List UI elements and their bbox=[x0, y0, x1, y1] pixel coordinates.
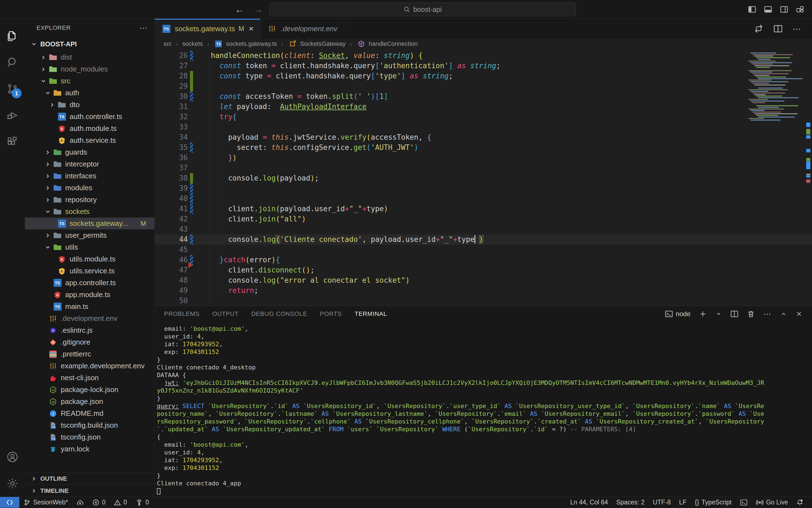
tree-item-guards[interactable]: guards bbox=[25, 146, 154, 158]
tree-item-auth-module-ts[interactable]: Aauth.module.ts bbox=[25, 123, 154, 134]
status-typescript[interactable]: {}TypeScript bbox=[691, 497, 736, 508]
breadcrumb-item-handleconnection[interactable]: handleConnection bbox=[356, 40, 418, 47]
accounts-icon[interactable] bbox=[0, 444, 25, 470]
terminal-shell-chip[interactable]: node bbox=[665, 310, 690, 318]
sidebar-section-outline[interactable]: OUTLINE bbox=[25, 472, 154, 484]
tree-item-label: guards bbox=[65, 148, 87, 157]
split-terminal-icon[interactable] bbox=[730, 310, 738, 318]
breadcrumb-item-sockets[interactable]: sockets bbox=[182, 40, 203, 47]
terminal-output[interactable]: email: 'boost@api.com', user_id: 4, iat:… bbox=[155, 322, 812, 497]
tree-item-interceptor[interactable]: interceptor bbox=[25, 158, 154, 170]
source-control-activity-icon[interactable]: 1 bbox=[0, 76, 25, 102]
open-changes-icon[interactable] bbox=[754, 24, 763, 33]
toggle-panel-icon[interactable] bbox=[764, 5, 772, 13]
close-panel-icon[interactable] bbox=[796, 310, 803, 318]
new-terminal-icon[interactable] bbox=[699, 310, 707, 318]
panel-tab-terminal[interactable]: TERMINAL bbox=[355, 310, 387, 318]
tree-item-tsconfig-json[interactable]: TStsconfig.json bbox=[25, 431, 154, 443]
toggle-secondary-sidebar-icon[interactable] bbox=[780, 5, 788, 13]
status-go-live[interactable]: Go Live bbox=[752, 497, 792, 508]
close-tab-icon[interactable]: × bbox=[249, 24, 254, 33]
command-center-search[interactable]: boost-api bbox=[269, 2, 576, 16]
tree-item-utils[interactable]: utils bbox=[25, 241, 154, 253]
tree-item--eslintrc-js[interactable]: .eslintrc.js bbox=[25, 325, 154, 336]
status-ln-44-col-64[interactable]: Ln 44, Col 64 bbox=[566, 497, 612, 508]
tree-item-node-modules[interactable]: node_modules bbox=[25, 63, 154, 75]
panel-tab-output[interactable]: OUTPUT bbox=[212, 310, 239, 318]
toggle-sidebar-icon[interactable] bbox=[748, 5, 756, 13]
breadcrumb-item-sockets.gateway.ts[interactable]: TSsockets.gateway.ts bbox=[213, 40, 277, 47]
tree-item-nest-cli-json[interactable]: nest-cli.json bbox=[25, 372, 154, 384]
minimap[interactable] bbox=[748, 51, 804, 125]
code-text bbox=[196, 81, 202, 91]
project-root-row[interactable]: BOOST-API bbox=[25, 37, 154, 51]
tree-item-repository[interactable]: repository bbox=[25, 194, 154, 206]
status-terminal-box[interactable] bbox=[736, 497, 752, 508]
status-sesionweb-[interactable]: SesionWeb* bbox=[19, 497, 72, 508]
tree-item-dist[interactable]: dist bbox=[25, 51, 154, 63]
status-0[interactable]: 0 bbox=[88, 497, 110, 508]
editor-tab--development-env[interactable]: .development.env bbox=[260, 19, 344, 39]
tree-item-app-controller-ts[interactable]: TSapp.controller.ts bbox=[25, 277, 154, 289]
back-arrow-icon[interactable]: ← bbox=[235, 4, 244, 15]
explorer-activity-icon[interactable] bbox=[0, 23, 25, 49]
tree-item-src[interactable]: src bbox=[25, 75, 154, 87]
extensions-activity-icon[interactable] bbox=[0, 129, 25, 155]
tree-item--gitignore[interactable]: .gitignore bbox=[25, 336, 154, 348]
panel-more-icon[interactable]: ⋯ bbox=[763, 309, 772, 319]
tree-item-sockets-gateway-[interactable]: TSsockets.gateway...M bbox=[25, 218, 154, 229]
panel-tab-debug-console[interactable]: DEBUG CONSOLE bbox=[251, 310, 307, 318]
svg-text:JS: JS bbox=[51, 388, 55, 391]
tree-item-app-module-ts[interactable]: Aapp.module.ts bbox=[25, 289, 154, 301]
tree-item-auth-controller-ts[interactable]: TSauth.controller.ts bbox=[25, 111, 154, 123]
search-activity-icon[interactable] bbox=[0, 49, 25, 76]
run-debug-activity-icon[interactable] bbox=[0, 102, 25, 129]
tree-item-auth-service-ts[interactable]: Aauth.service.ts bbox=[25, 134, 154, 146]
sidebar-section-timeline[interactable]: TIMELINE bbox=[25, 484, 154, 497]
kill-terminal-icon[interactable] bbox=[747, 310, 755, 318]
status-bell[interactable] bbox=[792, 497, 808, 508]
tree-item-utils-service-ts[interactable]: Autils.service.ts bbox=[25, 265, 154, 277]
more-actions-icon[interactable]: ⋯ bbox=[793, 24, 802, 34]
editor-tab-sockets-gateway-ts[interactable]: TSsockets.gateway.tsM× bbox=[155, 19, 260, 39]
tree-item-interfaces[interactable]: interfaces bbox=[25, 170, 154, 182]
remote-indicator[interactable] bbox=[0, 497, 19, 508]
tree-item-modules[interactable]: modules bbox=[25, 182, 154, 194]
split-editor-icon[interactable] bbox=[773, 24, 783, 33]
breadcrumb-item-src[interactable]: src bbox=[163, 40, 171, 47]
explorer-more-actions[interactable]: ⋯ bbox=[139, 24, 148, 33]
panel-tab-problems[interactable]: PROBLEMS bbox=[164, 310, 200, 318]
maximize-panel-icon[interactable] bbox=[780, 310, 787, 318]
breadcrumb-item-socketsgateway[interactable]: SocketsGateway bbox=[287, 40, 346, 47]
tree-item--prettierrc[interactable]: .prettierrc bbox=[25, 348, 154, 360]
tree-item-main-ts[interactable]: TSmain.ts bbox=[25, 301, 154, 312]
status-spaces-2[interactable]: Spaces: 2 bbox=[612, 497, 649, 508]
status-0[interactable]: 0 bbox=[131, 497, 153, 508]
status-utf-8[interactable]: UTF-8 bbox=[649, 497, 675, 508]
tree-item-auth[interactable]: auth bbox=[25, 87, 154, 99]
code-editor[interactable]: 26 handleConnection(client: Socket, valu… bbox=[155, 49, 812, 306]
status-lf[interactable]: LF bbox=[675, 497, 691, 508]
tree-item-utils-module-ts[interactable]: Autils.module.ts bbox=[25, 253, 154, 265]
status-0[interactable]: 0 bbox=[110, 497, 131, 508]
tree-item-dto[interactable]: dto bbox=[25, 99, 154, 111]
status-label: 0 bbox=[102, 499, 106, 506]
overview-ruler[interactable] bbox=[805, 49, 812, 306]
tree-item-yarn-lock[interactable]: yarn.lock bbox=[25, 443, 154, 455]
status-cloud-upload[interactable] bbox=[72, 497, 88, 508]
tree-item-tsconfig-build-json[interactable]: TStsconfig.build.json bbox=[25, 419, 154, 431]
tree-item-sockets[interactable]: sockets bbox=[25, 206, 154, 218]
tree-item-user-permits[interactable]: user_permits bbox=[25, 229, 154, 241]
tree-item-package-json[interactable]: JSpackage.json bbox=[25, 396, 154, 408]
nest-red-icon: A bbox=[57, 255, 67, 263]
customize-layout-icon[interactable] bbox=[796, 5, 804, 13]
settings-gear-icon[interactable] bbox=[0, 470, 25, 497]
tree-item-package-lock-json[interactable]: JSpackage-lock.json bbox=[25, 384, 154, 396]
terminal-dropdown-icon[interactable] bbox=[715, 310, 722, 317]
terminal-line: Cliente conectado 4_desktop bbox=[157, 364, 812, 371]
tree-item-readme-md[interactable]: iREADME.md bbox=[25, 408, 154, 419]
forward-arrow-icon[interactable]: → bbox=[253, 4, 263, 15]
panel-tab-ports[interactable]: PORTS bbox=[320, 310, 342, 318]
tree-item--development-env[interactable]: .development.env bbox=[25, 312, 154, 325]
tree-item-example-development-env[interactable]: example.development.env bbox=[25, 360, 154, 372]
